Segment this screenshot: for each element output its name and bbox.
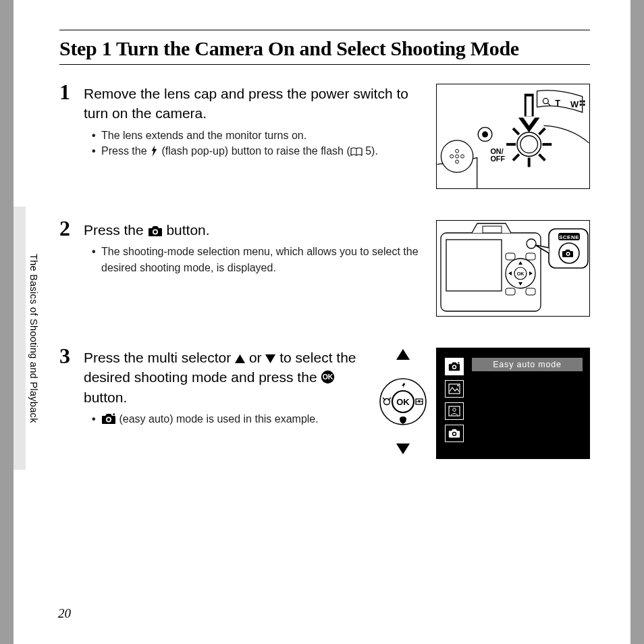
ok-button-icon: OK — [321, 370, 335, 384]
svg-marker-56 — [265, 354, 275, 363]
svg-text:OK: OK — [396, 397, 410, 407]
svg-text:OFF: OFF — [490, 155, 505, 163]
flash-icon — [150, 145, 159, 157]
content: 1 Remove the lens cap and press the powe… — [59, 84, 590, 459]
svg-point-80 — [453, 433, 456, 435]
svg-line-17 — [539, 128, 545, 134]
svg-point-48 — [527, 239, 536, 248]
mode-easy-auto-icon — [445, 358, 464, 375]
page-number: 20 — [58, 606, 71, 621]
svg-point-60 — [107, 418, 110, 421]
step-1-bullets: The lens extends and the monitor turns o… — [84, 128, 428, 159]
step-2-bullets: The shooting-mode selection menu, which … — [84, 244, 428, 275]
illustration-power-switch: ON/ OFF — [436, 84, 590, 189]
step-number: 3 — [59, 345, 84, 367]
page-title: Step 1 Turn the Camera On and Select Sho… — [59, 37, 590, 60]
manual-page: Step 1 Turn the Camera On and Select Sho… — [14, 0, 630, 644]
svg-point-73 — [453, 366, 456, 369]
step-1-bullet-2: Press the (flash pop-up) button to raise… — [92, 143, 428, 159]
svg-rect-22 — [527, 97, 532, 117]
svg-rect-36 — [446, 240, 502, 291]
step-number: 1 — [59, 81, 84, 103]
svg-marker-61 — [396, 349, 410, 360]
step-1-bullet-1: The lens extends and the monitor turns o… — [92, 128, 428, 143]
svg-point-54 — [567, 252, 569, 254]
mode-icon-column — [445, 358, 464, 442]
svg-text:SCENE: SCENE — [559, 234, 579, 240]
step-3-bullets: (easy auto) mode is used in this example… — [84, 411, 369, 427]
svg-point-19 — [520, 136, 538, 153]
step-1-lead: Remove the lens cap and press the power … — [84, 84, 428, 124]
svg-rect-28 — [580, 101, 582, 103]
svg-text:W: W — [570, 99, 579, 109]
chapter-label: The Basics of Shooting and Playback — [28, 254, 39, 423]
svg-text:OK: OK — [323, 373, 333, 381]
chapter-tab — [14, 207, 26, 470]
svg-rect-46 — [506, 288, 515, 295]
svg-point-1 — [441, 140, 473, 172]
mode-smart-portrait-icon — [445, 402, 464, 420]
mode-label-bar: Easy auto mode — [472, 358, 583, 371]
svg-rect-45 — [526, 253, 535, 260]
down-triangle-icon — [265, 354, 275, 363]
svg-marker-55 — [235, 354, 245, 363]
svg-point-78 — [453, 408, 456, 412]
svg-rect-30 — [580, 104, 582, 106]
bullet-text-c: 5). — [363, 145, 378, 157]
easy-auto-icon — [101, 413, 116, 425]
svg-line-16 — [513, 155, 519, 161]
svg-rect-35 — [483, 226, 502, 233]
step-number: 2 — [59, 217, 84, 239]
illustration-lcd-menu: Easy auto mode — [436, 348, 590, 459]
rule-top — [59, 30, 590, 30]
step-3-lead: Press the multi selector or to select th… — [84, 348, 369, 407]
bullet-text-b: (flash pop-up) button to raise the flash… — [159, 145, 350, 157]
step-3-bullet-1: (easy auto) mode is used in this example… — [92, 411, 369, 427]
camera-icon — [148, 225, 163, 237]
rule-bottom — [59, 64, 590, 65]
svg-point-33 — [153, 230, 156, 233]
step-2-bullet-1: The shooting-mode selection menu, which … — [92, 244, 428, 275]
svg-line-15 — [539, 155, 545, 161]
illustration-multi-selector: OK — [377, 348, 429, 456]
mode-auto-icon — [445, 425, 464, 442]
svg-text:OK: OK — [517, 271, 525, 276]
svg-rect-29 — [583, 101, 585, 103]
step-3: 3 Press the multi selector or to select … — [59, 348, 590, 459]
step-2: 2 Press the button. The shooting-mode se… — [59, 220, 590, 317]
up-triangle-icon — [235, 354, 245, 363]
svg-line-14 — [513, 128, 519, 134]
step-1: 1 Remove the lens cap and press the powe… — [59, 84, 590, 189]
svg-rect-44 — [506, 253, 515, 260]
step-2-lead: Press the button. — [84, 220, 428, 240]
svg-text:T: T — [555, 98, 560, 108]
svg-marker-62 — [396, 444, 410, 454]
svg-rect-47 — [526, 288, 535, 295]
illustration-camera-back: OK — [436, 220, 590, 317]
bullet-text-a: Press the — [101, 145, 150, 157]
svg-point-8 — [482, 132, 488, 138]
mode-scene-icon — [445, 380, 464, 398]
svg-rect-31 — [583, 104, 585, 106]
book-icon — [350, 147, 363, 156]
